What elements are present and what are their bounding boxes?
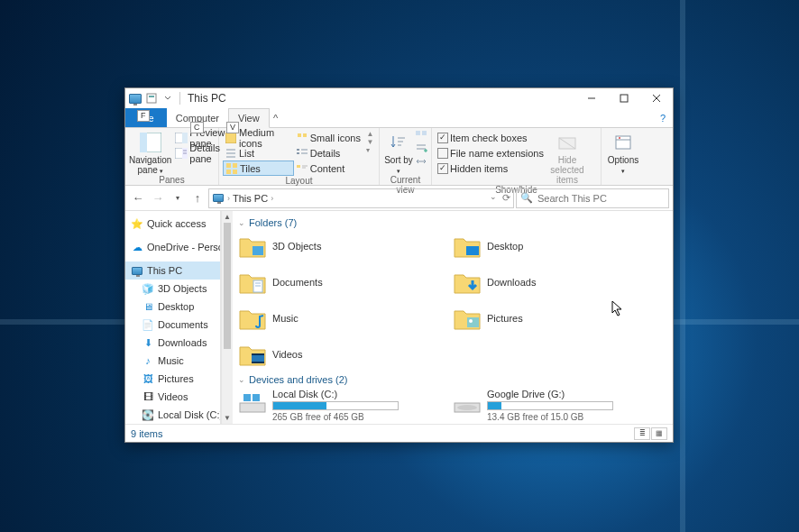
pc-icon xyxy=(129,92,142,105)
svg-point-40 xyxy=(619,137,620,139)
help-icon[interactable]: ? xyxy=(653,108,673,127)
up-button[interactable]: ↑ xyxy=(188,189,207,207)
download-icon: ⬇ xyxy=(142,336,154,349)
item-check-boxes[interactable]: Item check boxes xyxy=(436,130,546,145)
ribbon: Navigation pane ▾ Preview pane Details p… xyxy=(125,128,673,186)
drive-name: Local Disk (C:) xyxy=(272,389,399,399)
nav-documents[interactable]: 📄Documents xyxy=(125,316,220,334)
drive-icon xyxy=(238,389,267,417)
folder-music[interactable]: Music xyxy=(238,304,453,333)
address-breadcrumb[interactable]: › This PC › ⌄ ⟳ xyxy=(208,188,514,208)
svg-rect-52 xyxy=(243,394,251,401)
svg-rect-41 xyxy=(253,246,263,255)
search-icon: 🔍 xyxy=(520,192,533,204)
svg-rect-7 xyxy=(182,133,188,143)
layout-list[interactable]: List xyxy=(223,145,294,161)
recent-locations-button[interactable]: ▾ xyxy=(169,189,187,207)
options-button[interactable]: Options ▾ xyxy=(605,130,641,175)
svg-rect-21 xyxy=(303,133,307,137)
close-button[interactable] xyxy=(640,88,673,108)
nav-3d-objects[interactable]: 🧊3D Objects xyxy=(125,280,220,298)
back-button[interactable]: ← xyxy=(129,189,147,207)
folder-icon xyxy=(453,304,482,333)
folders-group-header[interactable]: ⌄Folders (7) xyxy=(238,217,667,228)
drive-usage-bar xyxy=(272,401,399,410)
minimize-button[interactable] xyxy=(575,88,608,108)
svg-rect-51 xyxy=(240,403,265,412)
svg-rect-32 xyxy=(416,131,420,135)
navigation-pane-button[interactable]: Navigation pane ▾ xyxy=(129,130,171,175)
hidden-items[interactable]: Hidden items xyxy=(436,161,546,176)
refresh-icon[interactable]: ⟳ xyxy=(502,192,510,204)
drive-local-c[interactable]: Local Disk (C:) 265 GB free of 465 GB xyxy=(238,389,453,422)
maximize-button[interactable] xyxy=(608,88,640,108)
video-icon: 🎞 xyxy=(142,390,154,403)
svg-rect-26 xyxy=(297,165,300,168)
key-hint-computer: C xyxy=(190,122,204,133)
add-columns-icon[interactable] xyxy=(415,142,427,155)
svg-rect-33 xyxy=(422,131,427,135)
svg-rect-5 xyxy=(140,133,147,152)
properties-icon[interactable] xyxy=(145,92,158,105)
sort-by-button[interactable]: Sort by ▾ xyxy=(383,130,414,175)
svg-rect-46 xyxy=(467,317,479,327)
svg-rect-12 xyxy=(225,133,236,143)
cube-icon: 🧊 xyxy=(142,282,154,295)
nav-downloads[interactable]: ⬇Downloads xyxy=(125,334,220,352)
svg-rect-18 xyxy=(226,170,231,174)
content-pane: ⌄Folders (7) 3D Objects Desktop Document… xyxy=(233,211,673,424)
nav-local-disk[interactable]: 💽Local Disk (C:) xyxy=(125,406,220,424)
layout-content[interactable]: Content xyxy=(294,161,365,176)
layout-small[interactable]: Small icons xyxy=(294,130,365,145)
folder-3d-objects[interactable]: 3D Objects xyxy=(238,232,453,261)
svg-rect-1 xyxy=(149,96,154,97)
search-box[interactable]: 🔍 xyxy=(516,188,669,208)
search-input[interactable] xyxy=(537,193,665,204)
details-view-toggle[interactable]: ≣ xyxy=(634,427,650,440)
pc-icon xyxy=(212,192,225,205)
pc-icon xyxy=(131,264,143,277)
file-name-extensions[interactable]: File name extensions xyxy=(436,145,546,161)
folder-desktop[interactable]: Desktop xyxy=(453,232,667,261)
star-icon: ⭐ xyxy=(131,217,143,230)
folder-pictures[interactable]: Pictures xyxy=(453,304,667,333)
nav-desktop[interactable]: 🖥Desktop xyxy=(125,298,220,316)
ribbon-collapse-icon[interactable]: ^ xyxy=(270,108,282,127)
nav-pictures[interactable]: 🖼Pictures xyxy=(125,370,220,388)
folder-icon xyxy=(238,232,267,261)
drives-group-header[interactable]: ⌄Devices and drives (2) xyxy=(238,374,667,385)
layout-details[interactable]: Details xyxy=(294,145,365,161)
drive-google-g[interactable]: Google Drive (G:) 13.4 GB free of 15.0 G… xyxy=(453,389,667,422)
large-icons-toggle[interactable]: ▦ xyxy=(651,427,667,440)
svg-point-55 xyxy=(457,405,477,410)
folder-icon xyxy=(238,304,267,333)
drive-free-text: 265 GB free of 465 GB xyxy=(272,412,399,422)
layout-tiles[interactable]: Tiles xyxy=(223,161,294,176)
size-columns-icon[interactable] xyxy=(415,155,427,168)
nav-videos[interactable]: 🎞Videos xyxy=(125,388,220,406)
nav-quick-access[interactable]: ⭐Quick access xyxy=(125,215,220,233)
folder-downloads[interactable]: Downloads xyxy=(453,268,667,297)
address-dropdown-icon[interactable]: ⌄ xyxy=(490,192,497,204)
svg-rect-22 xyxy=(297,149,299,151)
folder-documents[interactable]: Documents xyxy=(238,268,453,297)
key-hint-file: F xyxy=(137,110,150,122)
music-icon: ♪ xyxy=(142,354,154,367)
nav-onedrive[interactable]: ☁OneDrive - Person xyxy=(125,238,220,256)
svg-rect-16 xyxy=(226,163,231,168)
drive-icon: 💽 xyxy=(142,408,154,421)
address-bar: ← → ▾ ↑ › This PC › ⌄ ⟳ 🔍 xyxy=(125,186,673,211)
drive-usage-bar xyxy=(487,401,613,410)
group-by-icon[interactable] xyxy=(415,130,427,142)
qat-dropdown-icon[interactable] xyxy=(161,92,174,105)
forward-button[interactable]: → xyxy=(149,189,167,207)
nav-this-pc[interactable]: This PC xyxy=(125,261,220,280)
nav-scrollbar[interactable]: ▲▼ xyxy=(221,211,233,424)
quick-access-toolbar xyxy=(129,92,182,105)
svg-rect-3 xyxy=(620,95,628,102)
status-bar: 9 items ≣ ▦ xyxy=(125,424,673,442)
drive-name: Google Drive (G:) xyxy=(487,389,613,399)
folder-videos[interactable]: Videos xyxy=(238,340,453,369)
nav-music[interactable]: ♪Music xyxy=(125,352,220,370)
drive-icon xyxy=(453,389,482,417)
